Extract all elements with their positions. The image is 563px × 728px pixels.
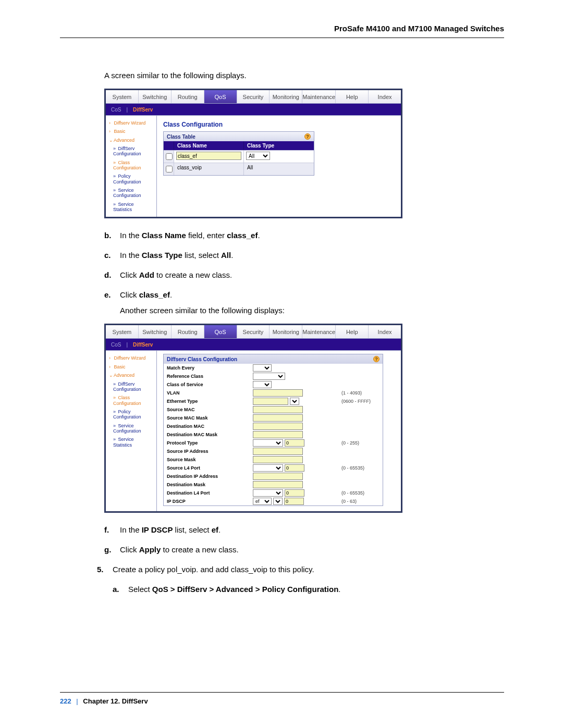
chapter-label: Chapter 12. DiffServ [83, 697, 148, 705]
sidenav-diffserv-wizard[interactable]: › Diffserv Wizard [108, 354, 154, 362]
sidenav-diffserv-configuration[interactable]: » DiffServ Configuration [108, 144, 154, 158]
help-icon[interactable]: ? [373, 356, 380, 362]
field-destination-mac-mask: Destination MAC Mask [164, 430, 383, 439]
select[interactable] [253, 489, 283, 497]
field-label: IP DSCP [167, 499, 253, 504]
caret-icon: › [109, 355, 113, 361]
row-0-class-type: All [244, 163, 314, 175]
select[interactable] [290, 398, 299, 405]
sidenav-class-configuration[interactable]: » Class Configuration [108, 158, 154, 172]
select[interactable] [273, 498, 283, 505]
step-g: g.Click Apply to create a new class. [104, 542, 504, 558]
caret-icon: » [113, 174, 117, 179]
sidenav-service-configuration[interactable]: » Service Configuration [108, 186, 154, 200]
field-label: Destination Mask [167, 482, 253, 487]
menu-item-system[interactable]: System [106, 90, 139, 103]
field-label: Ethernet Type [167, 399, 253, 404]
caret-icon: » [113, 423, 117, 428]
sidenav-basic[interactable]: › Basic [108, 363, 154, 371]
field-label: Reference Class [167, 374, 253, 379]
sidenav-service-configuration[interactable]: » Service Configuration [108, 422, 154, 436]
submenu-sep: | [126, 107, 128, 113]
select[interactable]: ef [253, 498, 272, 505]
field-hint: (0 - 63) [341, 499, 383, 504]
text-input[interactable] [253, 448, 303, 455]
menu-item-qos[interactable]: QoS [204, 325, 237, 338]
menu-item-index[interactable]: Index [369, 325, 401, 338]
menu-item-index[interactable]: Index [369, 90, 401, 103]
sidenav-basic[interactable]: › Basic [108, 127, 154, 135]
submenu-diffserv[interactable]: DiffServ [133, 342, 153, 348]
text-input[interactable] [253, 389, 303, 397]
select[interactable] [253, 439, 283, 447]
step-c: c.In the Class Type list, select All. [104, 248, 504, 263]
sidenav-service-statistics[interactable]: » Service Statistics [108, 200, 154, 214]
figure-diffserv-class-configuration: SystemSwitchingRoutingQoSSecurityMonitor… [104, 324, 402, 513]
text-input[interactable] [285, 439, 304, 447]
class-name-input[interactable] [176, 152, 241, 160]
sidenav-policy-configuration[interactable]: » Policy Configuration [108, 408, 154, 422]
sidenav-service-statistics[interactable]: » Service Statistics [108, 435, 154, 449]
select[interactable] [253, 364, 272, 372]
text-input[interactable] [253, 406, 303, 413]
field-label: Source Mask [167, 457, 253, 462]
class-type-select[interactable]: All [246, 152, 270, 160]
text-input[interactable] [253, 473, 303, 480]
main-menu: SystemSwitchingRoutingQoSSecurityMonitor… [106, 90, 401, 104]
menu-item-security[interactable]: Security [237, 90, 270, 103]
menu-item-maintenance[interactable]: Maintenance [302, 325, 336, 338]
menu-item-system[interactable]: System [106, 325, 139, 338]
submenu-sep: | [126, 342, 128, 348]
text-input[interactable] [285, 464, 304, 472]
text-input[interactable] [285, 489, 304, 497]
submenu-cos[interactable]: CoS [111, 107, 121, 113]
menu-item-qos[interactable]: QoS [204, 90, 237, 103]
text-input[interactable] [253, 431, 303, 438]
text-input[interactable] [253, 398, 288, 405]
row-new-checkbox[interactable] [166, 153, 173, 160]
field-label: Match Every [167, 365, 253, 371]
sidenav-diffserv-configuration[interactable]: » DiffServ Configuration [108, 380, 154, 394]
intro-text: A screen similar to the following displa… [104, 68, 504, 83]
sidenav-class-configuration[interactable]: » Class Configuration [108, 393, 154, 408]
field-destination-mask: Destination Mask [164, 480, 383, 489]
col-checkbox [164, 141, 174, 150]
text-input[interactable] [253, 423, 303, 430]
menu-item-help[interactable]: Help [336, 90, 369, 103]
select[interactable] [253, 373, 285, 380]
menu-item-routing[interactable]: Routing [172, 325, 204, 338]
menu-item-switching[interactable]: Switching [139, 90, 172, 103]
field-hint: (0600 - FFFF) [341, 399, 383, 404]
submenu-cos[interactable]: CoS [111, 342, 121, 348]
sidenav-diffserv-wizard[interactable]: › Diffserv Wizard [108, 119, 154, 127]
menu-item-security[interactable]: Security [237, 325, 270, 338]
caret-icon: » [113, 202, 117, 207]
help-icon[interactable]: ? [304, 133, 311, 140]
caret-icon: › [109, 129, 113, 134]
menu-item-switching[interactable]: Switching [139, 325, 172, 338]
text-input[interactable] [253, 414, 303, 422]
caret-icon: » [113, 188, 117, 193]
select[interactable] [253, 464, 283, 472]
step-d: d.Click Add to create a new class. [104, 267, 504, 283]
row-0-checkbox[interactable] [166, 166, 173, 172]
submenu-diffserv[interactable]: DiffServ [133, 107, 153, 113]
text-input[interactable] [253, 456, 303, 463]
menu-item-maintenance[interactable]: Maintenance [302, 90, 336, 103]
sidenav-policy-configuration[interactable]: » Policy Configuration [108, 172, 154, 186]
text-input[interactable] [284, 498, 304, 505]
text-input[interactable] [253, 481, 303, 488]
sidenav-advanced[interactable]: ⌄ Advanced [108, 371, 154, 379]
step-5a: a. Select QoS > DiffServ > Advanced > Po… [113, 582, 504, 597]
menu-item-routing[interactable]: Routing [172, 90, 204, 103]
class-table: Class Table ? Class Name Class Type [163, 131, 314, 176]
field-label: Destination MAC [167, 424, 253, 429]
menu-item-help[interactable]: Help [336, 325, 369, 338]
field-label: VLAN [167, 390, 253, 396]
select[interactable] [253, 381, 272, 388]
field-label: Class of Service [167, 382, 253, 387]
row-0-class-name[interactable]: class_voip [174, 163, 244, 175]
menu-item-monitoring[interactable]: Monitoring [270, 90, 302, 103]
sidenav-advanced[interactable]: ⌄ Advanced [108, 136, 154, 144]
menu-item-monitoring[interactable]: Monitoring [270, 325, 302, 338]
